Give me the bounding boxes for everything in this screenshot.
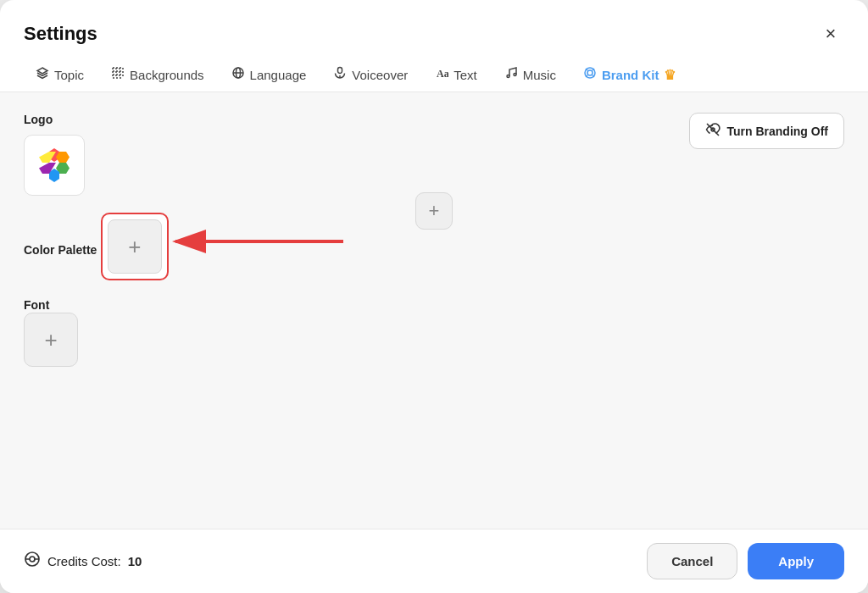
logo-left: Logo — [24, 113, 85, 196]
tab-voiceover[interactable]: Voiceover — [321, 58, 420, 91]
svg-text:Aa: Aa — [437, 68, 448, 80]
svg-rect-12 — [338, 68, 342, 74]
text-icon: Aa — [435, 66, 448, 83]
logo-add-button[interactable]: + — [415, 192, 453, 230]
crown-icon: ♛ — [664, 67, 676, 83]
svg-point-32 — [30, 557, 35, 562]
svg-marker-0 — [37, 68, 47, 74]
credits-icon — [24, 551, 41, 572]
tab-language[interactable]: Language — [220, 58, 319, 91]
mic-icon — [333, 66, 347, 83]
svg-point-15 — [507, 75, 509, 78]
logo-label: Logo — [24, 113, 53, 126]
tab-voiceover-label: Voiceover — [352, 68, 408, 82]
font-add-button[interactable]: + — [24, 313, 78, 367]
tab-music-label: Music — [523, 68, 556, 82]
arrow-annotation — [165, 219, 352, 263]
eye-off-icon — [705, 122, 721, 140]
close-button[interactable]: × — [817, 20, 844, 47]
credits-value: 10 — [128, 554, 142, 568]
turn-branding-label: Turn Branding Off — [727, 125, 829, 138]
settings-modal: Settings × Topic — [0, 0, 868, 593]
globe-icon — [231, 66, 245, 83]
tab-language-label: Language — [250, 68, 307, 82]
font-section: Font + — [24, 297, 844, 367]
modal-header: Settings × — [0, 0, 868, 47]
color-palette-box: + — [101, 213, 169, 280]
modal-body: Logo + — [0, 92, 868, 529]
music-icon — [504, 66, 518, 83]
tab-backgrounds-label: Backgrounds — [130, 68, 204, 82]
tab-brandkit-label: Brand Kit — [602, 68, 659, 82]
turn-branding-off-button[interactable]: Turn Branding Off — [689, 113, 845, 149]
tab-topic[interactable]: Topic — [24, 58, 96, 91]
brandkit-icon — [583, 66, 597, 83]
logo-thumbnail — [24, 135, 85, 196]
color-palette-label: Color Palette — [24, 243, 97, 257]
tab-backgrounds[interactable]: Backgrounds — [99, 58, 216, 91]
modal-title: Settings — [24, 23, 97, 45]
footer-actions: Cancel Apply — [647, 543, 844, 579]
credits-info: Credits Cost: 10 — [24, 551, 142, 572]
tab-brandkit[interactable]: Brand Kit ♛ — [571, 58, 688, 91]
tab-text[interactable]: Aa Text — [423, 58, 489, 91]
tab-text-label: Text — [453, 68, 477, 82]
tab-music[interactable]: Music — [492, 58, 568, 91]
svg-point-16 — [514, 74, 516, 76]
logo-section: Logo + — [24, 113, 844, 196]
palette-add-button[interactable]: + — [108, 219, 162, 274]
grid-icon — [111, 66, 125, 83]
apply-button[interactable]: Apply — [748, 543, 844, 579]
logo-add-center: + — [415, 192, 453, 230]
font-label: Font — [24, 298, 49, 312]
tabs-bar: Topic Backgrounds — [0, 47, 868, 92]
cancel-button[interactable]: Cancel — [647, 543, 737, 579]
layers-icon — [36, 66, 49, 83]
credits-label: Credits Cost: — [47, 554, 121, 568]
modal-footer: Credits Cost: 10 Cancel Apply — [0, 529, 868, 593]
tab-topic-label: Topic — [54, 68, 84, 82]
